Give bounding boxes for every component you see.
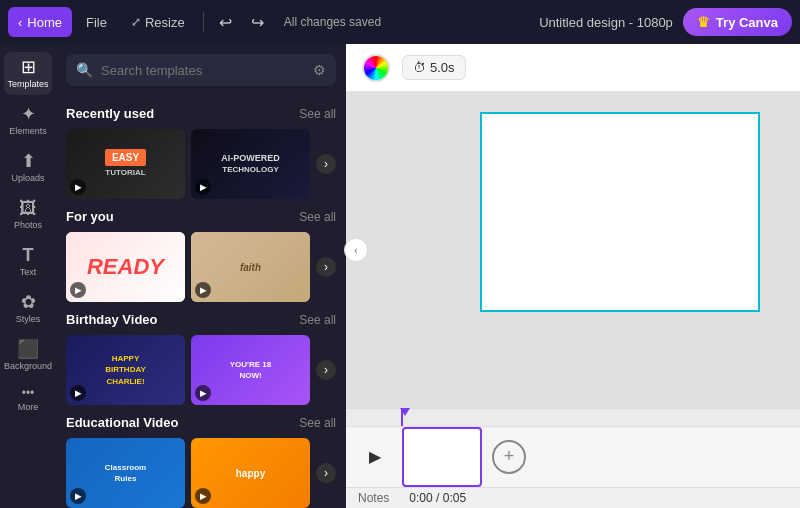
timeline-scrubber[interactable] bbox=[346, 409, 800, 427]
sidebar-item-elements[interactable]: ✦ Elements bbox=[4, 99, 52, 142]
template-happy-birthday[interactable]: HAPPY BIRTHDAY CHARLIE! ▶ bbox=[66, 335, 185, 405]
add-clip-button[interactable]: + bbox=[492, 440, 526, 474]
templates-icon: ⊞ bbox=[21, 58, 36, 76]
template-youre-18[interactable]: YOU'RE 18 NOW! ▶ bbox=[191, 335, 310, 405]
plus-icon: + bbox=[504, 446, 515, 467]
play-icon-18: ▶ bbox=[195, 385, 211, 401]
timeline-play-button[interactable]: ▶ bbox=[358, 440, 392, 474]
for-you-see-all[interactable]: See all bbox=[299, 210, 336, 224]
play-icon-easy: ▶ bbox=[70, 179, 86, 195]
timeline-clip[interactable] bbox=[402, 427, 482, 487]
template-happy-edu[interactable]: happy ▶ bbox=[191, 438, 310, 508]
background-icon: ⬛ bbox=[17, 340, 39, 358]
resize-label: Resize bbox=[145, 15, 185, 30]
recently-used-next-arrow[interactable]: › bbox=[316, 154, 336, 174]
educational-title: Educational Video bbox=[66, 415, 178, 430]
main-layout: ⊞ Templates ✦ Elements ⬆ Uploads 🖼 Photo… bbox=[0, 44, 800, 508]
canvas-area: ⏱ 5.0s ‹ ▶ + bbox=[346, 44, 800, 508]
for-you-grid: READY ▶ faith ▶ › bbox=[66, 232, 336, 302]
search-bar: 🔍 ⚙ bbox=[66, 54, 336, 86]
home-button[interactable]: ‹ Home bbox=[8, 7, 72, 37]
sidebar-item-uploads[interactable]: ⬆ Uploads bbox=[4, 146, 52, 189]
educational-section-header: Educational Video See all bbox=[66, 415, 336, 430]
template-18-inner: YOU'RE 18 NOW! ▶ bbox=[191, 335, 310, 405]
timeline-bottom: Notes 0:00 / 0:05 bbox=[346, 487, 800, 508]
template-classroom[interactable]: Classroom Rules ▶ bbox=[66, 438, 185, 508]
filter-icon[interactable]: ⚙ bbox=[313, 62, 326, 78]
sidebar-item-text[interactable]: T Text bbox=[4, 240, 52, 283]
recently-used-see-all[interactable]: See all bbox=[299, 107, 336, 121]
sidebar-item-photos[interactable]: 🖼 Photos bbox=[4, 193, 52, 236]
template-easy-tutorial[interactable]: EASY TUTORIAL ▶ bbox=[66, 129, 185, 199]
navbar: ‹ Home File ⤢ Resize ↩ ↪ All changes sav… bbox=[0, 0, 800, 44]
template-ai-powered[interactable]: AI-POWERED TECHNOLOGY ▶ bbox=[191, 129, 310, 199]
photos-label: Photos bbox=[14, 220, 42, 230]
collapse-panel-button[interactable]: ‹ bbox=[344, 238, 368, 262]
birthday-see-all[interactable]: See all bbox=[299, 313, 336, 327]
canvas-toolbar: ⏱ 5.0s bbox=[346, 44, 800, 92]
template-ready-inner: READY ▶ bbox=[66, 232, 185, 302]
recently-used-section-header: Recently used See all bbox=[66, 106, 336, 121]
nav-divider bbox=[203, 12, 204, 32]
sidebar-item-more[interactable]: ••• More bbox=[4, 381, 52, 418]
educational-next-arrow[interactable]: › bbox=[316, 463, 336, 483]
birthday-title: Birthday Video bbox=[66, 312, 158, 327]
undo-icon: ↩ bbox=[219, 13, 232, 32]
template-ready[interactable]: READY ▶ bbox=[66, 232, 185, 302]
timer-value: 5.0s bbox=[430, 60, 455, 75]
template-ai-inner: AI-POWERED TECHNOLOGY ▶ bbox=[191, 129, 310, 199]
template-faith[interactable]: faith ▶ bbox=[191, 232, 310, 302]
resize-button[interactable]: ⤢ Resize bbox=[121, 7, 195, 37]
play-icon-classroom: ▶ bbox=[70, 488, 86, 504]
search-input[interactable] bbox=[101, 63, 305, 78]
canvas-frame bbox=[480, 112, 760, 312]
try-canva-button[interactable]: ♛ Try Canva bbox=[683, 8, 792, 36]
elements-icon: ✦ bbox=[21, 105, 36, 123]
play-icon-faith: ▶ bbox=[195, 282, 211, 298]
background-label: Background bbox=[4, 361, 52, 371]
templates-label: Templates bbox=[7, 79, 48, 89]
timeline-area: ▶ + Notes 0:00 / 0:05 bbox=[346, 408, 800, 508]
birthday-next-arrow[interactable]: › bbox=[316, 360, 336, 380]
redo-icon: ↪ bbox=[251, 13, 264, 32]
sidebar-item-background[interactable]: ⬛ Background bbox=[4, 334, 52, 377]
timer-badge[interactable]: ⏱ 5.0s bbox=[402, 55, 466, 80]
save-status: All changes saved bbox=[284, 15, 381, 29]
template-happy-edu-inner: happy ▶ bbox=[191, 438, 310, 508]
for-you-title: For you bbox=[66, 209, 114, 224]
chevron-left-icon: ‹ bbox=[18, 15, 22, 30]
scrubber-head bbox=[401, 409, 403, 426]
templates-panel: 🔍 ⚙ Recently used See all EASY TUTORIAL … bbox=[56, 44, 346, 508]
sidebar-item-styles[interactable]: ✿ Styles bbox=[4, 287, 52, 330]
play-icon-ai: ▶ bbox=[195, 179, 211, 195]
for-you-section-header: For you See all bbox=[66, 209, 336, 224]
template-easy-inner: EASY TUTORIAL ▶ bbox=[66, 129, 185, 199]
file-button[interactable]: File bbox=[76, 7, 117, 37]
birthday-section-header: Birthday Video See all bbox=[66, 312, 336, 327]
search-icon: 🔍 bbox=[76, 62, 93, 78]
sidebar-item-templates[interactable]: ⊞ Templates bbox=[4, 52, 52, 95]
nav-right: Untitled design - 1080p ♛ Try Canva bbox=[539, 8, 792, 36]
timeline-content: ▶ + bbox=[346, 427, 800, 487]
more-label: More bbox=[18, 402, 39, 412]
play-triangle-icon: ▶ bbox=[369, 447, 381, 466]
canvas-workspace: ‹ bbox=[346, 92, 800, 408]
text-label: Text bbox=[20, 267, 37, 277]
template-classroom-inner: Classroom Rules ▶ bbox=[66, 438, 185, 508]
educational-see-all[interactable]: See all bbox=[299, 416, 336, 430]
try-canva-label: Try Canva bbox=[716, 15, 778, 30]
elements-label: Elements bbox=[9, 126, 47, 136]
play-icon-happy-edu: ▶ bbox=[195, 488, 211, 504]
styles-icon: ✿ bbox=[21, 293, 36, 311]
time-display: 0:00 / 0:05 bbox=[409, 491, 466, 505]
for-you-next-arrow[interactable]: › bbox=[316, 257, 336, 277]
redo-button[interactable]: ↪ bbox=[244, 8, 272, 36]
home-label: Home bbox=[27, 15, 62, 30]
recently-used-grid: EASY TUTORIAL ▶ AI-POWERED TECHNOLOGY ▶ bbox=[66, 129, 336, 199]
styles-label: Styles bbox=[16, 314, 41, 324]
color-picker[interactable] bbox=[362, 54, 390, 82]
uploads-label: Uploads bbox=[11, 173, 44, 183]
crown-icon: ♛ bbox=[697, 14, 710, 30]
uploads-icon: ⬆ bbox=[21, 152, 36, 170]
undo-button[interactable]: ↩ bbox=[212, 8, 240, 36]
